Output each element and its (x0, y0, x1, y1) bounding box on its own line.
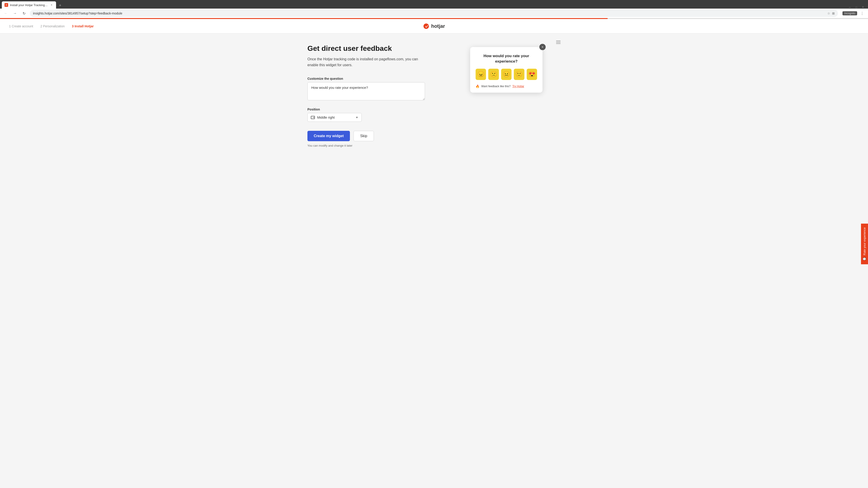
hotjar-logo-icon (423, 23, 429, 29)
position-select-left: Middle right (311, 116, 335, 119)
reload-button[interactable]: ↻ (21, 10, 27, 17)
modify-note: You can modify and change it later (307, 144, 425, 147)
hotjar-footer-icon: 🔥 (475, 85, 479, 88)
browser-chrome: H Install your Hotjar Tracking Co... × +… (0, 0, 868, 18)
tab-favicon: H (4, 3, 8, 7)
skip-button[interactable]: Skip (353, 131, 374, 141)
browser-actions: Incognito ⋮ (842, 10, 865, 17)
position-dropdown[interactable]: Middle right ▼ (307, 113, 362, 122)
side-tab-text: Rate your experience (863, 227, 866, 255)
page-description: Once the Hotjar tracking code is install… (307, 56, 425, 68)
new-tab-button[interactable]: + (57, 2, 63, 8)
address-bar: ← → ↻ insights.hotjar.com/sites/3814957/… (0, 8, 868, 18)
emoji-sad[interactable]: 🙁 (488, 69, 499, 80)
hotjar-header: 1 Create account 2 Personalization 3 Ins… (0, 19, 868, 33)
widget-footer-text: Want feedback like this? (481, 85, 510, 88)
position-icon-dot (313, 117, 314, 118)
bookmark-icon[interactable]: ☆ (827, 11, 830, 15)
position-icon (311, 116, 315, 119)
widget-preview: × How would you rate your experience? 😠 … (470, 47, 542, 93)
forward-button[interactable]: → (12, 10, 18, 17)
widget-emojis: 😠 🙁 😐 🙂 😍 (475, 69, 537, 80)
question-textarea[interactable]: How would you rate your experience? (307, 82, 425, 100)
try-hotjar-link[interactable]: Try Hotjar (513, 85, 524, 88)
url-text: insights.hotjar.com/sites/3814957/setup?… (33, 11, 827, 15)
menu-icon[interactable] (556, 41, 561, 44)
logo-text: hotjar (431, 23, 445, 29)
maximize-button[interactable]: □ (855, 6, 858, 8)
buttons-row: Create my widget Skip (307, 131, 425, 141)
step-personalization[interactable]: 2 Personalization (40, 24, 65, 28)
emoji-happy[interactable]: 🙂 (514, 69, 524, 80)
position-value: Middle right (317, 116, 335, 119)
widget-question: How would you rate your experience? (475, 53, 537, 64)
rate-experience-side-tab[interactable]: 💬 Rate your experience (861, 224, 868, 264)
url-bar[interactable]: insights.hotjar.com/sites/3814957/setup?… (30, 10, 838, 17)
more-options-button[interactable]: ⋮ (859, 10, 865, 17)
step-install-hotjar[interactable]: 3 Install Hotjar (72, 24, 94, 28)
tab-close-button[interactable]: × (50, 3, 53, 7)
chevron-down-icon: ▼ (355, 116, 358, 119)
emoji-neutral[interactable]: 😐 (501, 69, 512, 80)
question-section: Customize the question How would you rat… (307, 77, 425, 101)
step-create-account[interactable]: 1 Create account (9, 24, 33, 28)
incognito-badge: Incognito (842, 11, 857, 15)
customize-label: Customize the question (307, 77, 425, 80)
steps-nav: 1 Create account 2 Personalization 3 Ins… (9, 24, 94, 28)
hotjar-logo: hotjar (423, 23, 445, 29)
minimize-button[interactable]: ─ (848, 6, 851, 8)
tab-title: Install your Hotjar Tracking Co... (10, 3, 48, 7)
position-section: Position Middle right ▼ (307, 107, 425, 122)
widget-close-button[interactable]: × (539, 44, 546, 50)
extension-icon[interactable]: ⊞ (832, 11, 835, 15)
main-content: Get direct user feedback Once the Hotjar… (298, 33, 569, 158)
menu-line-1 (556, 41, 561, 41)
form-section: Customize the question How would you rat… (307, 77, 425, 147)
create-widget-button[interactable]: Create my widget (307, 131, 350, 141)
widget-footer: 🔥 Want feedback like this? Try Hotjar (475, 85, 537, 88)
menu-line-3 (556, 43, 561, 44)
menu-line-2 (556, 42, 561, 42)
tab-bar: H Install your Hotjar Tracking Co... × +… (0, 0, 868, 8)
close-button[interactable]: ✕ (862, 6, 864, 8)
emoji-angry[interactable]: 😠 (475, 69, 486, 80)
emoji-love[interactable]: 😍 (527, 69, 537, 80)
browser-tab-active[interactable]: H Install your Hotjar Tracking Co... × (2, 1, 56, 8)
side-tab-icon: 💬 (863, 257, 866, 261)
back-button[interactable]: ← (3, 10, 9, 17)
position-label: Position (307, 107, 425, 111)
